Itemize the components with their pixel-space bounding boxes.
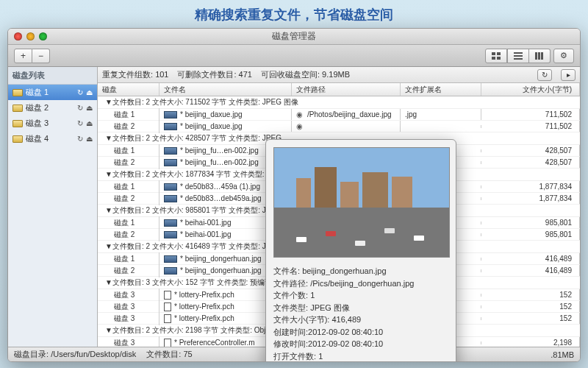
svg-rect-1 <box>497 52 501 55</box>
refresh-button[interactable]: ↻ <box>537 69 552 81</box>
disk-icon <box>12 89 23 96</box>
column-headers[interactable]: 磁盘 文件名 文件路径 文件扩展名 文件大小(字节) <box>98 83 580 96</box>
svg-rect-3 <box>497 57 501 60</box>
view-grid-icon[interactable] <box>485 49 507 63</box>
sidebar-item-label: 磁盘 3 <box>26 118 49 129</box>
thumbnail-icon <box>164 267 177 275</box>
thumbnail-icon <box>164 123 177 130</box>
sidebar-item-disk-1[interactable]: 磁盘 1↻⏏ <box>8 85 97 100</box>
action-button[interactable]: ▸ <box>561 69 576 81</box>
document-icon <box>164 291 171 300</box>
settings-button[interactable]: ⚙ <box>553 49 574 63</box>
sidebar-item-disk-4[interactable]: 磁盘 4↻⏏ <box>8 131 97 146</box>
table-row[interactable]: 磁盘 2* beijing_daxue.jpg◉711,502 <box>98 121 580 132</box>
toolbar: + − ⚙ <box>8 45 580 67</box>
thumbnail-icon <box>164 183 177 191</box>
eject-icon[interactable]: ⏏ <box>86 119 93 127</box>
refresh-icon[interactable]: ↻ <box>77 119 83 127</box>
sidebar-item-label: 磁盘 2 <box>26 102 49 113</box>
app-window: 磁盘管理器 + − ⚙ 磁盘列表 磁盘 1↻⏏磁盘 2↻⏏磁盘 3↻⏏磁盘 4↻… <box>7 28 581 362</box>
thumbnail-icon <box>164 255 177 263</box>
view-column-icon[interactable] <box>529 49 551 63</box>
document-icon <box>164 302 171 311</box>
gear-icon: ⚙ <box>560 51 567 60</box>
col-name[interactable]: 文件名 <box>159 83 292 96</box>
remove-button[interactable]: − <box>32 49 50 63</box>
col-size[interactable]: 文件大小(字节) <box>481 83 580 96</box>
sidebar-item-disk-3[interactable]: 磁盘 3↻⏏ <box>8 116 97 131</box>
thumbnail-icon <box>164 147 177 155</box>
refresh-icon[interactable]: ↻ <box>77 104 83 112</box>
svg-rect-5 <box>514 55 523 57</box>
preview-popover: 文件名: beijing_dongerhuan.jpg 文件路径: /Pics/… <box>265 139 456 362</box>
thumbnail-icon <box>164 231 177 238</box>
view-list-icon[interactable] <box>507 49 529 63</box>
disk-icon <box>12 135 23 143</box>
col-disk[interactable]: 磁盘 <box>98 83 159 96</box>
eject-icon[interactable]: ⏏ <box>86 88 93 96</box>
summary-bar: 重复文件组数: 101 可删除文件数目: 471 可回收磁盘空间: 9.19MB… <box>98 67 580 83</box>
document-icon <box>164 314 171 323</box>
col-ext[interactable]: 文件扩展名 <box>401 83 481 96</box>
svg-rect-4 <box>514 52 523 54</box>
svg-rect-7 <box>535 52 537 60</box>
sidebar-header: 磁盘列表 <box>8 67 97 85</box>
col-path[interactable]: 文件路径 <box>292 83 401 96</box>
preview-image <box>273 147 450 258</box>
eject-icon[interactable]: ⏏ <box>86 104 93 112</box>
disk-icon <box>12 120 23 127</box>
svg-rect-0 <box>492 52 495 55</box>
eject-icon[interactable]: ⏏ <box>86 135 93 143</box>
svg-rect-8 <box>538 52 540 60</box>
window-title: 磁盘管理器 <box>8 30 580 43</box>
refresh-icon[interactable]: ↻ <box>77 88 83 96</box>
sidebar-item-label: 磁盘 4 <box>26 133 49 144</box>
view-mode-segment[interactable] <box>485 49 551 63</box>
group-header[interactable]: ▼文件数目: 2 文件大小: 711502 字节 文件类型: JPEG 图像 <box>98 96 580 109</box>
sidebar-item-disk-2[interactable]: 磁盘 2↻⏏ <box>8 100 97 116</box>
sidebar-item-label: 磁盘 1 <box>26 87 49 98</box>
sidebar: 磁盘列表 磁盘 1↻⏏磁盘 2↻⏏磁盘 3↻⏏磁盘 4↻⏏ <box>8 67 98 347</box>
promo-tagline: 精确搜索重复文件，节省磁盘空间 <box>0 0 588 29</box>
svg-rect-2 <box>492 57 495 60</box>
add-button[interactable]: + <box>14 49 32 63</box>
table-row[interactable]: 磁盘 1* beijing_daxue.jpg◉/Photos/beijing_… <box>98 109 580 121</box>
svg-rect-9 <box>541 52 543 60</box>
thumbnail-icon <box>164 159 177 166</box>
thumbnail-icon <box>164 111 177 118</box>
quicklook-icon[interactable]: ◉ <box>296 122 303 130</box>
document-icon <box>164 339 171 347</box>
disk-icon <box>12 105 23 112</box>
refresh-icon[interactable]: ↻ <box>77 135 83 143</box>
titlebar[interactable]: 磁盘管理器 <box>8 29 580 45</box>
thumbnail-icon <box>164 195 177 202</box>
quicklook-icon[interactable]: ◉ <box>296 110 303 118</box>
svg-rect-6 <box>514 58 523 60</box>
thumbnail-icon <box>164 219 177 227</box>
